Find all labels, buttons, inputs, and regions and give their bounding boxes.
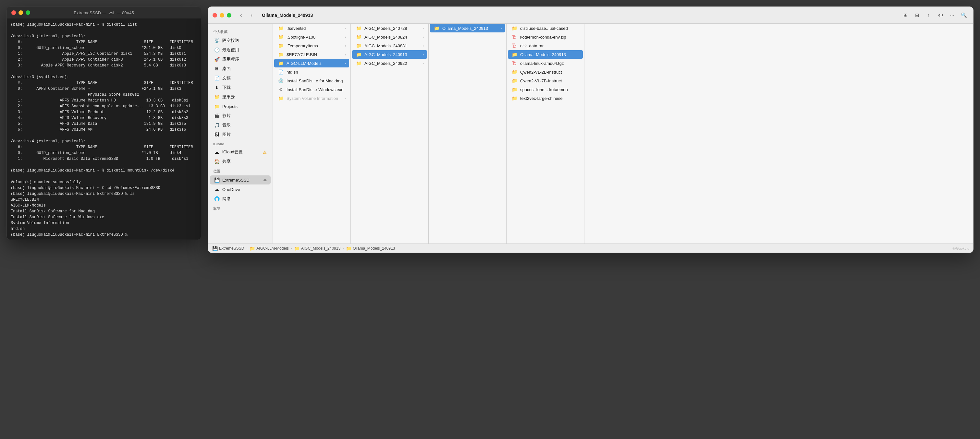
breadcrumb-part-2: AIGC-LLM-Models (256, 246, 288, 250)
list-item[interactable]: 📁 AIGC_Models_240922 › (352, 59, 427, 67)
arrange-button[interactable]: ⊟ (912, 11, 922, 20)
sidebar-item-icloud[interactable]: ☁ iCloud云盘 ⚠ (210, 147, 270, 157)
sidebar-item-desktop[interactable]: 🖥 桌面 (210, 64, 270, 73)
list-item[interactable]: 🗜 kotaemon-conda-env.zip (508, 33, 583, 41)
list-item[interactable]: ⚙ Install SanDis...r Windows.exe (274, 85, 349, 94)
minimize-button[interactable] (19, 10, 23, 15)
sidebar-item-onedrive[interactable]: ☁ OneDrive (210, 185, 270, 194)
sidebar-item-movies[interactable]: 🎬 影片 (210, 111, 270, 120)
sidebar-label-nutstore: 坚果云 (222, 94, 235, 100)
maximize-button[interactable] (25, 10, 30, 15)
sidebar-item-projects[interactable]: 📁 Projects (210, 102, 270, 111)
file-name: AIGC-LLM-Models (286, 61, 342, 66)
finder-minimize-button[interactable] (220, 13, 224, 17)
sidebar-item-pictures[interactable]: 🖼 图片 (210, 130, 270, 139)
list-item[interactable]: 📁 AIGC_Models_240728 › (352, 24, 427, 32)
finder-maximize-button[interactable] (227, 13, 231, 17)
tag-button[interactable]: 🏷 (935, 11, 945, 20)
list-item[interactable]: 📁 $RECYCLE.BIN › (274, 50, 349, 59)
main-wrapper: ExtremeSSSD — -zsh — 80×45 (base) liuguo… (0, 0, 980, 439)
file-column-2: 📁 AIGC_Models_240728 › 📁 AIGC_Models_240… (351, 24, 429, 244)
file-name: Ollama_Models_240913 (520, 52, 579, 57)
list-item[interactable]: 📁 AIGC_Models_240831 › (352, 41, 427, 50)
folder-icon: 📁 (511, 52, 518, 57)
chevron-right-icon: › (345, 53, 346, 56)
file-name: $RECYCLE.BIN (286, 52, 342, 57)
close-button[interactable] (11, 10, 16, 15)
file-name: Qwen2-VL-2B-Instruct (520, 70, 579, 74)
airdrop-icon: 📡 (214, 38, 220, 43)
list-item[interactable]: 🗜 nltk_data.rar (508, 41, 583, 50)
finder-content: 个人收藏 📡 隔空投送 🕐 最近使用 🚀 应用程序 🖥 桌面 (208, 24, 973, 244)
finder-window: ‹ › Ollama_Models_240913 ⊞ ⊟ ↑ 🏷 ··· 🔍 个… (208, 6, 974, 253)
search-button[interactable]: 🔍 (959, 11, 969, 20)
sidebar-item-extremessd[interactable]: 💾 ExtremeSSSD ⏏ (210, 175, 270, 184)
list-item[interactable]: 📁 .TemporaryItems › (274, 41, 349, 50)
folder-breadcrumb-icon-1: 📁 (249, 246, 255, 251)
list-item[interactable]: 📄 hfd.sh (274, 68, 349, 76)
sidebar-item-recent[interactable]: 🕐 最近使用 (210, 45, 270, 54)
list-item[interactable]: 📁 .fseventsd › (274, 24, 349, 32)
terminal-window: ExtremeSSSD — -zsh — 80×45 (base) liuguo… (6, 6, 201, 240)
sidebar-item-airdrop[interactable]: 📡 隔空投送 (210, 36, 270, 45)
list-item[interactable]: 📁 Ollama_Models_240913 (508, 50, 583, 59)
finder-close-button[interactable] (213, 13, 217, 17)
extremessd-icon: 💾 (214, 177, 220, 183)
sidebar-label-movies: 影片 (222, 113, 231, 119)
folder-breadcrumb-icon-2: 📁 (294, 246, 300, 251)
file-name: spaces--lone...-kotaemon (520, 87, 579, 92)
list-item[interactable]: 📁 Qwen2-VL-2B-Instruct (508, 68, 583, 76)
sidebar-item-documents[interactable]: 📄 文稿 (210, 74, 270, 83)
sidebar-item-apps[interactable]: 🚀 应用程序 (210, 55, 270, 64)
sidebar-label-documents: 文稿 (222, 75, 231, 81)
list-item[interactable]: 📁 AIGC-LLM-Models › (274, 59, 349, 67)
list-item[interactable]: 📁 System Volume Information › (274, 94, 349, 103)
list-item[interactable]: 🗜 ollama-linux-amd64.tgz (508, 59, 583, 67)
finder-path-title: Ollama_Models_240913 (262, 13, 313, 18)
list-item[interactable]: 📁 spaces--lone...-kotaemon (508, 85, 583, 94)
finder-sidebar: 个人收藏 📡 隔空投送 🕐 最近使用 🚀 应用程序 🖥 桌面 (208, 24, 273, 244)
list-item[interactable]: 📁 Ollama_Models_240913 › (430, 24, 505, 32)
file-name: hfd.sh (286, 70, 346, 74)
file-icon: 📄 (277, 70, 284, 74)
downloads-icon: ⬇ (214, 85, 220, 90)
list-item[interactable]: 📁 AIGC_Models_240913 › (352, 50, 427, 59)
breadcrumb-separator: › (342, 246, 344, 250)
view-toggle-button[interactable]: ⊞ (900, 11, 910, 20)
forward-button[interactable]: › (247, 11, 256, 20)
breadcrumb-part-3: AIGC_Models_240913 (301, 246, 340, 250)
nutstore-icon: 📁 (214, 94, 220, 100)
more-button[interactable]: ··· (947, 11, 957, 20)
sidebar-item-network[interactable]: 🌐 网络 (210, 194, 270, 203)
list-item[interactable]: 📁 text2vec-large-chinese (508, 94, 583, 103)
sidebar-label-shared: 共享 (222, 158, 231, 164)
folder-icon: 📁 (277, 52, 284, 57)
list-item[interactable]: 📁 Qwen2-VL-7B-Instruct (508, 76, 583, 85)
breadcrumb-separator: › (246, 246, 247, 250)
share-button[interactable]: ↑ (924, 11, 934, 20)
list-item[interactable]: 📁 distiluse-base...ual-cased (508, 24, 583, 32)
list-item[interactable]: 📁 AIGC_Models_240824 › (352, 33, 427, 41)
folder-icon: 📁 (277, 43, 284, 48)
folder-icon: 📁 (277, 34, 284, 40)
desktop-icon: 🖥 (214, 66, 220, 72)
file-name: Install SanDis...e for Mac.dmg (286, 78, 346, 83)
chevron-right-icon: › (345, 97, 346, 100)
sidebar-item-downloads[interactable]: ⬇ 下载 (210, 83, 270, 92)
list-item[interactable]: 📁 .Spotlight-V100 › (274, 33, 349, 41)
sidebar-item-music[interactable]: 🎵 音乐 (210, 120, 270, 130)
terminal-title: ExtremeSSSD — -zsh — 80×45 (74, 10, 134, 15)
folder-icon: 📁 (355, 61, 362, 66)
back-button[interactable]: ‹ (237, 11, 246, 20)
eject-icon[interactable]: ⏏ (263, 178, 267, 182)
sidebar-label-onedrive: OneDrive (222, 187, 240, 192)
file-name: distiluse-base...ual-cased (520, 26, 579, 31)
terminal-body[interactable]: (base) liuguokai@LiuGuokais-Mac-mini ~ %… (7, 19, 201, 239)
sidebar-item-nutstore[interactable]: 📁 坚果云 (210, 92, 270, 101)
file-name: AIGC_Models_240913 (364, 52, 420, 57)
file-name: .Spotlight-V100 (286, 35, 342, 40)
sidebar-label-projects: Projects (222, 104, 237, 109)
chevron-right-icon: › (423, 27, 424, 30)
sidebar-item-shared[interactable]: 🏠 共享 (210, 157, 270, 166)
list-item[interactable]: 💿 Install SanDis...e for Mac.dmg (274, 76, 349, 85)
